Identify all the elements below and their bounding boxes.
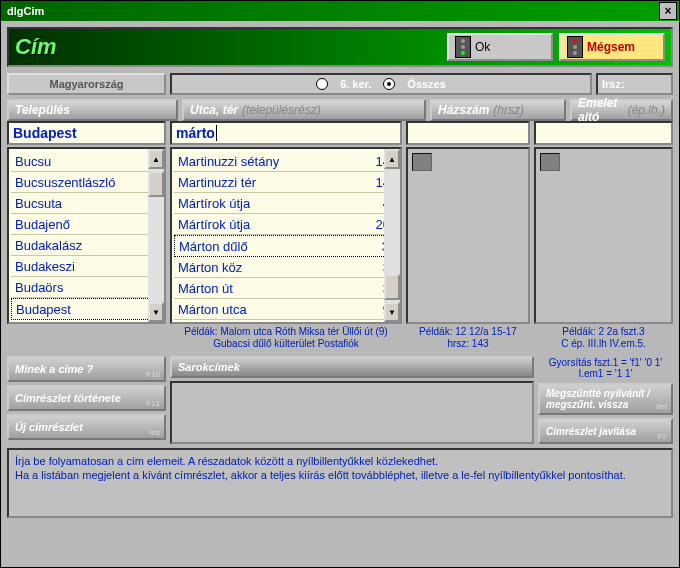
hazszam-box bbox=[406, 147, 530, 324]
close-icon[interactable]: × bbox=[659, 2, 677, 20]
col-telepules: Település bbox=[7, 99, 178, 121]
sarokcimek-box bbox=[170, 381, 534, 444]
help-text: Írja be folyamatosan a cím elemeit. A ré… bbox=[7, 448, 673, 518]
country-button[interactable]: Magyarország bbox=[7, 73, 166, 95]
col-utca: Utca, tér(településrész) bbox=[182, 99, 426, 121]
scrollbar[interactable]: ▲ ▼ bbox=[384, 149, 400, 322]
megszunt-button[interactable]: Megszűntté nyilvánít / megszűnt. visszad… bbox=[538, 383, 673, 415]
radio-district[interactable] bbox=[316, 78, 328, 90]
hazszam-input[interactable] bbox=[406, 121, 530, 145]
ok-button[interactable]: Ok bbox=[447, 33, 553, 61]
list-item[interactable]: Mártírok útja20 bbox=[174, 214, 398, 235]
list-item[interactable]: Martinuzzi sétány14 bbox=[174, 151, 398, 172]
traffic-light-icon bbox=[567, 36, 583, 58]
new-part-button[interactable]: Új címrészletins bbox=[7, 414, 166, 440]
scroll-thumb[interactable] bbox=[384, 274, 400, 300]
header-title: Cím bbox=[15, 34, 57, 60]
list-item[interactable]: Márton út3 bbox=[174, 278, 398, 299]
telepules-input[interactable]: Budapest bbox=[7, 121, 166, 145]
scroll-thumb[interactable] bbox=[148, 171, 164, 197]
minek-button[interactable]: Minek a címe ?F10 bbox=[7, 356, 166, 382]
district-radio-group: 6. ker. Összes bbox=[170, 73, 592, 95]
list-item[interactable]: Márton köz3 bbox=[174, 257, 398, 278]
scroll-up-icon[interactable]: ▲ bbox=[148, 149, 164, 169]
list-item[interactable]: Bucsu bbox=[11, 151, 162, 172]
list-item[interactable]: Budaörs bbox=[11, 277, 162, 298]
col-hazszam: Házszám(hrsz) bbox=[430, 99, 566, 121]
utca-input[interactable]: márto bbox=[170, 121, 402, 145]
hint-emelet: Példák: 2 2a fszt.3C ép. III.lh IV.em.5. bbox=[534, 324, 673, 352]
list-item[interactable]: Budakalász bbox=[11, 235, 162, 256]
utca-list[interactable]: Martinuzzi sétány14Martinuzzi tér14Mártí… bbox=[170, 147, 402, 324]
traffic-light-icon bbox=[455, 36, 471, 58]
scroll-down-icon[interactable]: ▼ bbox=[384, 302, 400, 322]
titlebar: dlgCim × bbox=[1, 1, 679, 21]
telepules-list[interactable]: BucsuBucsuszentlászlóBucsutaBudajenőBuda… bbox=[7, 147, 166, 324]
col-emelet: Emelet ajtó(ép.lh.) bbox=[570, 99, 673, 121]
list-item[interactable]: Buqac bbox=[11, 320, 162, 324]
cancel-button[interactable]: Mégsem bbox=[559, 33, 665, 61]
scroll-down-icon[interactable]: ▼ bbox=[148, 302, 164, 322]
list-item[interactable]: Budajenő bbox=[11, 214, 162, 235]
fix-button[interactable]: Címrészlet javításaF2 bbox=[538, 418, 673, 444]
emelet-input[interactable] bbox=[534, 121, 673, 145]
scrollbar[interactable]: ▲ ▼ bbox=[148, 149, 164, 322]
radio-all[interactable] bbox=[383, 78, 395, 90]
list-item[interactable]: Márton dűlő3 bbox=[174, 235, 398, 257]
hint-hazszam: Példák: 12 12/a 15-17hrsz: 143 bbox=[406, 324, 530, 352]
list-item[interactable]: Martinuzzi tér14 bbox=[174, 172, 398, 193]
header-bar: Cím Ok Mégsem bbox=[7, 27, 673, 67]
window: dlgCim × Cím Ok Mégsem Magyarország 6. k… bbox=[0, 0, 680, 568]
list-item[interactable]: Bucsuta bbox=[11, 193, 162, 214]
list-item[interactable]: Márton utca9 bbox=[174, 299, 398, 320]
gyorsitas-label: Gyorsítás fszt.1 = 'f1' '0 1'I.em1 = '1 … bbox=[538, 356, 673, 380]
title: dlgCim bbox=[7, 5, 44, 17]
list-item[interactable]: Mártonfa utca12 bbox=[174, 320, 398, 324]
history-button[interactable]: Címrészlet történeteF11 bbox=[7, 385, 166, 411]
list-item[interactable]: Budakeszi bbox=[11, 256, 162, 277]
hint-utca: Példák: Malom utca Róth Miksa tér Üllői … bbox=[170, 324, 402, 352]
irsz-label: Irsz: bbox=[596, 73, 673, 95]
emelet-box bbox=[534, 147, 673, 324]
list-item[interactable]: Mártírok útja4 bbox=[174, 193, 398, 214]
scroll-up-icon[interactable]: ▲ bbox=[384, 149, 400, 169]
list-item[interactable]: Bucsuszentlászló bbox=[11, 172, 162, 193]
sarokcimek-header: Sarokcímek bbox=[170, 356, 534, 378]
list-item[interactable]: Budapest bbox=[11, 298, 162, 320]
